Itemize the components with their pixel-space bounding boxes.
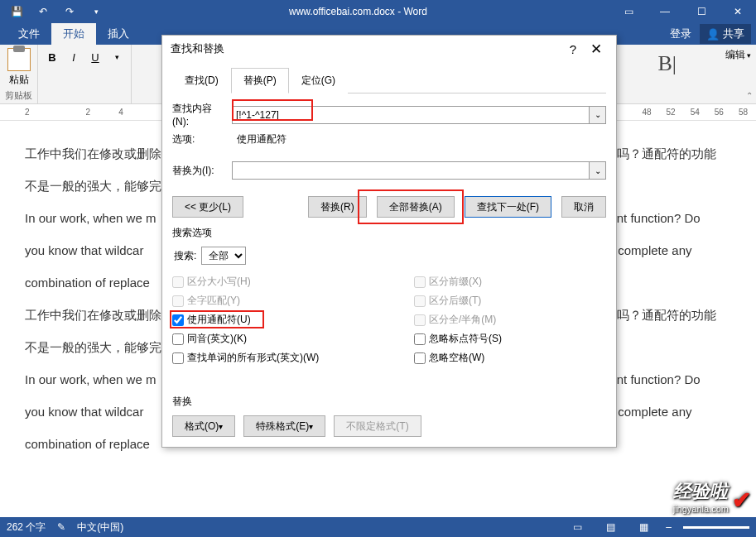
cb-space[interactable] <box>414 352 426 364</box>
cancel-button[interactable]: 取消 <box>561 196 606 218</box>
special-button[interactable]: 特殊格式(E) <box>243 415 325 437</box>
find-history-dropdown[interactable]: ⌄ <box>590 106 606 124</box>
edit-dropdown[interactable]: 编辑▾ <box>725 48 751 62</box>
check-icon: ✔ <box>732 487 751 514</box>
italic-button[interactable]: I <box>65 48 83 66</box>
print-layout-icon[interactable]: ▤ <box>600 519 621 535</box>
cb-prefix <box>414 276 426 288</box>
underline-button[interactable]: U <box>86 48 104 66</box>
ribbon-options-icon[interactable]: ▭ <box>610 0 647 23</box>
title-bar: 💾 ↶ ↷ ▾ www.officebai.com.docx - Word ▭ … <box>0 0 756 23</box>
read-mode-icon[interactable]: ▭ <box>566 519 588 535</box>
less-button[interactable]: << 更少(L) <box>172 196 243 218</box>
undo-icon[interactable]: ↶ <box>33 2 53 22</box>
web-layout-icon[interactable]: ▦ <box>633 519 654 535</box>
find-next-button[interactable]: 查找下一处(F) <box>465 196 551 218</box>
collapse-ribbon-icon[interactable]: ⌃ <box>746 91 753 100</box>
maximize-icon[interactable]: ☐ <box>683 0 720 23</box>
search-options-label: 搜索选项 <box>172 226 606 240</box>
search-direction-label: 搜索: <box>174 249 196 263</box>
bold-button[interactable]: B <box>43 48 61 66</box>
cb-case <box>172 276 184 288</box>
share-button[interactable]: 👤共享 <box>700 24 751 44</box>
replace-all-button[interactable]: 全部替换(A) <box>377 196 455 218</box>
close-icon[interactable]: ✕ <box>720 0 756 23</box>
spell-icon[interactable]: ✎ <box>57 521 65 533</box>
person-icon: 👤 <box>706 28 720 41</box>
search-direction-select[interactable]: 全部 <box>201 247 246 265</box>
replace-section-label: 替换 <box>172 395 606 409</box>
watermark: 经验啦 jingyanla.com ✔ <box>673 479 751 514</box>
format-button[interactable]: 格式(O) <box>172 415 235 437</box>
language-status[interactable]: 中文(中国) <box>77 520 123 535</box>
find-label: 查找内容(N): <box>172 102 227 127</box>
clipboard-icon <box>7 48 31 71</box>
minimize-icon[interactable]: — <box>647 0 683 23</box>
qat-more-icon[interactable]: ▾ <box>86 2 106 22</box>
cb-whole <box>172 295 184 307</box>
cb-wildcard[interactable] <box>172 314 184 326</box>
cb-suffix <box>414 295 426 307</box>
redo-icon[interactable]: ↷ <box>60 2 79 22</box>
font-more-icon[interactable]: ▾ <box>108 48 126 66</box>
login-button[interactable]: 登录 <box>663 23 698 45</box>
heading-preview: B| <box>657 51 677 76</box>
font-group: B I U ▾ <box>38 45 132 103</box>
dialog-close-icon[interactable]: ✕ <box>585 37 608 60</box>
tab-file[interactable]: 文件 <box>7 23 51 45</box>
zoom-out-icon[interactable]: – <box>666 521 672 533</box>
noformat-button: 不限定格式(T) <box>334 415 421 437</box>
tab-replace[interactable]: 替换(P) <box>231 68 289 93</box>
replace-button[interactable]: 替换(R) <box>308 196 367 218</box>
word-count[interactable]: 262 个字 <box>7 520 46 535</box>
dialog-tabs: 查找(D) 替换(P) 定位(G) <box>172 67 606 93</box>
replace-input[interactable] <box>232 161 590 180</box>
find-replace-dialog: 查找和替换 ? ✕ 查找(D) 替换(P) 定位(G) 查找内容(N): ⌄ 选… <box>161 35 617 448</box>
tab-find[interactable]: 查找(D) <box>172 68 231 93</box>
save-icon[interactable]: 💾 <box>7 2 26 22</box>
paste-button[interactable]: 粘贴 <box>5 48 32 87</box>
find-input[interactable] <box>232 106 590 124</box>
replace-history-dropdown[interactable]: ⌄ <box>590 161 606 180</box>
tab-goto[interactable]: 定位(G) <box>289 68 348 93</box>
zoom-slider[interactable] <box>683 526 749 529</box>
cb-sounds[interactable] <box>172 333 184 345</box>
window-title: www.officebai.com.docx - Word <box>106 6 610 17</box>
cb-forms[interactable] <box>172 352 184 364</box>
clipboard-label: 剪贴板 <box>5 89 32 102</box>
tab-insert[interactable]: 插入 <box>96 23 141 45</box>
options-label: 选项: <box>172 132 227 146</box>
cb-punct[interactable] <box>414 333 426 345</box>
dialog-title-text: 查找和替换 <box>171 41 224 56</box>
options-value: 使用通配符 <box>237 132 287 146</box>
cb-width <box>414 314 426 326</box>
dialog-titlebar: 查找和替换 ? ✕ <box>162 36 616 62</box>
tab-home[interactable]: 开始 <box>51 23 96 45</box>
replace-label: 替换为(I): <box>172 164 227 178</box>
status-bar: 262 个字 ✎ 中文(中国) ▭ ▤ ▦ – <box>0 517 756 537</box>
help-icon[interactable]: ? <box>561 37 585 60</box>
clipboard-group: 粘贴 剪贴板 <box>0 45 38 103</box>
